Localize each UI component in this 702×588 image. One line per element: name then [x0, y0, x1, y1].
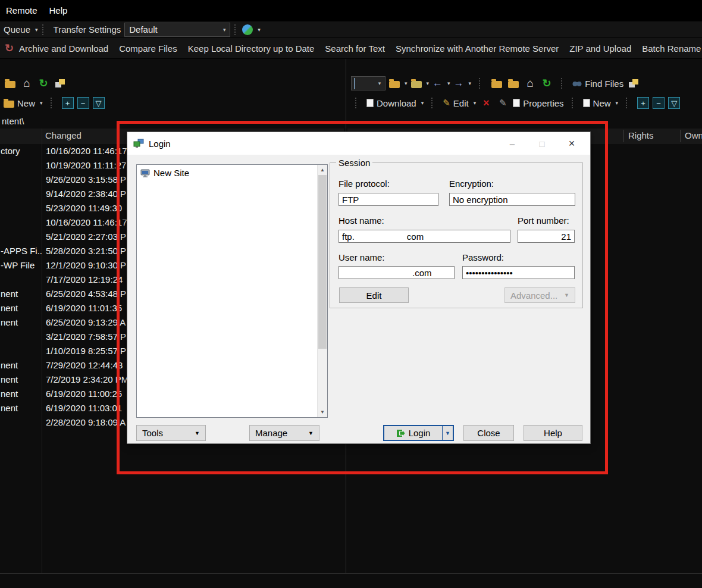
local-path-bar[interactable]: ntent\	[0, 113, 344, 129]
command-item[interactable]: Compare Files	[119, 43, 177, 54]
host-suffix: com	[407, 232, 424, 242]
tabs-icon[interactable]	[627, 77, 640, 90]
edit-button-toolbar[interactable]: ✎ Edit ▾	[443, 98, 476, 108]
column-separator[interactable]	[623, 130, 624, 142]
local-toolbar-bottom: New ▾ + − ▽	[4, 95, 105, 111]
command-item[interactable]: Search for Text	[325, 43, 385, 54]
dialog-title-bar[interactable]: Login – □ ×	[127, 132, 590, 155]
port-number-field[interactable]: 21	[518, 230, 575, 243]
new-folder-icon	[4, 101, 14, 108]
manage-button[interactable]: Manage ▼	[249, 425, 319, 441]
queue-button[interactable]: Queue ▾	[0, 24, 38, 35]
chevron-down-icon: ▾	[258, 27, 261, 33]
download-button[interactable]: Download ▾	[366, 98, 424, 108]
minimize-button[interactable]: –	[497, 132, 527, 155]
menu-item[interactable]: Help	[43, 0, 74, 21]
file-changed: 6/19/2020 11:00:26	[42, 389, 122, 399]
filter-icon[interactable]: ▽	[93, 97, 105, 109]
back-button[interactable]: ← ▾	[433, 77, 450, 89]
login-dropdown[interactable]: ▼	[442, 426, 453, 440]
chevron-down-icon: ▾	[219, 27, 230, 33]
login-button[interactable]: Login ▼	[383, 425, 454, 441]
commands-list: Archive and DownloadCompare FilesKeep Lo…	[19, 43, 702, 54]
command-item[interactable]: Keep Local Directory up to Date	[188, 43, 315, 54]
refresh-icon[interactable]: ↻	[37, 77, 50, 90]
user-name-label: User name:	[339, 252, 385, 262]
tools-button[interactable]: Tools ▼	[136, 425, 206, 441]
file-name: nent	[0, 389, 42, 399]
transfer-profile-value: Default	[125, 24, 219, 35]
list-item[interactable]: New Site	[137, 165, 327, 178]
find-files-button[interactable]: Find Files	[572, 79, 623, 89]
root-folder-icon[interactable]	[507, 77, 520, 90]
file-name: nent	[0, 374, 42, 384]
maximize-button[interactable]: □	[527, 132, 557, 155]
manage-label: Manage	[255, 428, 287, 438]
chevron-down-icon: ▼	[564, 292, 569, 298]
scrollbar-thumb[interactable]	[318, 175, 327, 349]
column-header-changed[interactable]: Changed	[45, 130, 82, 140]
file-changed: 9/26/2020 3:15:58 P	[42, 174, 126, 184]
site-list-scrollbar[interactable]: ▲ ▼	[317, 165, 327, 417]
command-item[interactable]: Synchronize with Another Remote Server	[396, 43, 559, 54]
login-dialog: Login – □ × Ne	[127, 132, 591, 444]
host-name-field[interactable]: ftp.com	[339, 230, 510, 243]
column-header-owner[interactable]: Own	[685, 130, 702, 140]
filter-icon[interactable]: ▽	[668, 97, 680, 109]
forward-button[interactable]: → ▾	[454, 77, 472, 89]
login-app-icon	[133, 139, 144, 148]
command-item[interactable]: Archive and Download	[19, 43, 108, 54]
delete-icon[interactable]: ×	[480, 96, 493, 110]
rename-icon[interactable]: ✎	[496, 96, 509, 110]
new-button[interactable]: New ▾	[4, 98, 43, 108]
window-controls: – □ ×	[497, 132, 587, 155]
new-label: New	[17, 98, 35, 108]
remove-icon[interactable]: −	[77, 97, 89, 109]
column-header-rights[interactable]: Rights	[628, 130, 654, 140]
site-list[interactable]: New Site ▲ ▼	[136, 164, 328, 418]
home-icon[interactable]: ⌂	[20, 77, 33, 90]
bookmark-button[interactable]: ▾	[411, 79, 430, 88]
remove-icon[interactable]: −	[653, 97, 665, 109]
file-name: nent	[0, 303, 42, 313]
file-protocol-field[interactable]: FTP	[339, 193, 438, 206]
app-window: RemoteHelp Queue ▾ Transfer Settings Def…	[0, 0, 702, 588]
scroll-down-icon[interactable]: ▼	[318, 407, 327, 417]
column-separator[interactable]	[680, 130, 681, 142]
command-item[interactable]: ZIP and Upload	[569, 43, 631, 54]
file-changed: 5/21/2020 2:27:03 P	[42, 232, 126, 242]
transfer-settings-combo[interactable]: Default ▾	[124, 23, 230, 37]
password-field[interactable]: •••••••••••••••	[462, 266, 575, 279]
command-item[interactable]: Batch Rename	[642, 43, 701, 54]
new-button-remote[interactable]: New ▾	[583, 98, 619, 108]
scroll-up-icon[interactable]: ▲	[318, 165, 327, 175]
parent-folder-icon[interactable]	[490, 77, 503, 90]
sync-icon[interactable]: ↻	[5, 42, 14, 55]
open-directory-button[interactable]: ▾	[389, 79, 408, 88]
add-icon[interactable]: +	[62, 97, 74, 109]
file-name: nent	[0, 289, 42, 299]
home-icon[interactable]: ⌂	[524, 77, 537, 90]
encryption-label: Encryption:	[449, 179, 494, 189]
add-icon[interactable]: +	[637, 97, 649, 109]
remote-directory-combo[interactable]: ▾	[351, 76, 386, 90]
edit-session-button[interactable]: Edit	[339, 287, 409, 303]
remote-toolbar-bottom: Download ▾ ✎ Edit ▾ × ✎ Properties New ▾…	[351, 95, 680, 111]
user-name-field[interactable]: .com	[339, 266, 455, 279]
advanced-button[interactable]: Advanced... ▼	[504, 287, 575, 303]
commands-toolbar: ↻ Archive and DownloadCompare FilesKeep …	[0, 38, 702, 59]
encryption-field[interactable]: No encryption	[449, 193, 575, 206]
edit-session-label: Edit	[366, 290, 382, 301]
password-label: Password:	[462, 252, 504, 262]
refresh-icon[interactable]: ↻	[540, 77, 553, 90]
globe-icon	[242, 24, 253, 35]
close-button[interactable]: ×	[557, 132, 587, 155]
transfer-options-button[interactable]: ▾	[242, 24, 261, 35]
close-dialog-button[interactable]: Close	[463, 425, 514, 441]
menu-item[interactable]: Remote	[0, 0, 43, 21]
help-button[interactable]: Help	[524, 425, 582, 441]
file-changed: 12/1/2020 9:10:30 P	[42, 260, 126, 270]
properties-button[interactable]: Properties	[513, 98, 563, 108]
tabs-icon[interactable]	[54, 77, 67, 90]
open-folder-icon[interactable]	[4, 77, 17, 90]
